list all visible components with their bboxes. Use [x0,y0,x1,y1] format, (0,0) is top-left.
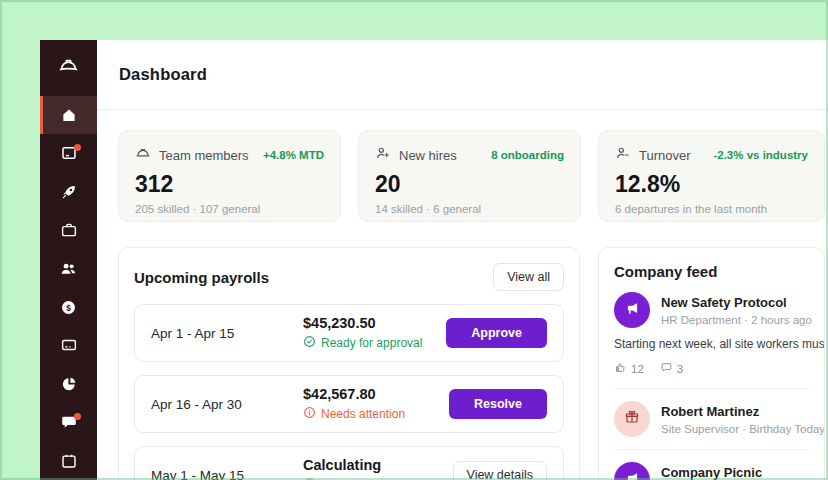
payroll-row: Apr 16 - Apr 30 $42,567.80 Needs attenti… [134,375,564,433]
thumbs-up-icon [614,361,627,376]
stat-label: New hires [399,148,457,163]
user-plus-icon [375,145,391,165]
sidebar-item-team[interactable] [40,249,97,287]
payroll-amount: Calculating [303,457,453,473]
payroll-status: Needs attention [303,406,449,422]
main-area: Dashboard Team members +4.8% MTD 312 205… [97,40,828,480]
sidebar-item-home[interactable] [40,96,97,134]
like-button[interactable]: 12 [614,361,644,376]
feed-item-meta: HR Department · 2 hours ago [661,314,812,326]
notification-dot [74,413,81,420]
stat-sub: 6 departures in the last month [615,203,808,215]
notification-dot [74,144,81,151]
payroll-period: Apr 1 - Apr 15 [151,326,303,341]
stat-badge: +4.8% MTD [263,149,324,161]
dollar-coin-icon: $ [59,298,78,317]
stat-value: 312 [135,171,324,198]
sidebar-item-projects[interactable] [40,134,97,172]
feed-item[interactable]: Company Picnic Events Committee · Next F… [614,462,824,480]
stat-badge: -2.3% vs industry [713,149,808,161]
payroll-amount: $42,567.80 [303,386,449,402]
columns: Upcoming payrolls View all Apr 1 - Apr 1… [118,247,828,480]
feed-item-title: Company Picnic [661,462,824,480]
avatar [614,401,650,437]
payroll-period: May 1 - May 15 [151,468,303,480]
payroll-row: May 1 - May 15 Calculating In progress V… [134,446,564,480]
avatar [614,462,650,480]
megaphone-icon [624,300,641,321]
feed-item-title: Robert Martinez [661,401,825,419]
sidebar-item-launch[interactable] [40,173,97,211]
comment-button[interactable]: 3 [660,361,683,376]
sidebar-item-jobs[interactable] [40,211,97,249]
company-feed-card: Company feed New Safety Protocol HR Depa… [598,247,825,480]
stat-label: Turnover [639,148,691,163]
payroll-row: Apr 1 - Apr 15 $45,230.50 Ready for appr… [134,304,564,362]
feed-item[interactable]: New Safety Protocol HR Department · 2 ho… [614,292,824,376]
payrolls-title: Upcoming payrolls [134,269,269,286]
payroll-status: Ready for approval [303,335,446,351]
view-all-button[interactable]: View all [493,263,564,291]
divider [614,388,809,389]
view-details-button[interactable]: View details [453,461,547,480]
page-header: Dashboard [97,40,828,110]
sidebar-item-messages[interactable] [40,403,97,441]
pie-chart-icon [60,375,78,393]
upcoming-payrolls-card: Upcoming payrolls View all Apr 1 - Apr 1… [118,247,580,480]
approve-button[interactable]: Approve [446,318,547,348]
feed-item-body: Starting next week, all site workers mus… [614,337,824,351]
stat-sub: 14 skilled · 6 general [375,203,564,215]
svg-text:$: $ [66,302,71,312]
gift-icon [624,409,640,429]
stat-badge: 8 onboarding [491,149,564,161]
sidebar: $ [40,40,97,480]
briefcase-icon [60,221,78,239]
user-minus-icon [615,145,631,165]
stat-card-turnover: Turnover -2.3% vs industry 12.8% 6 depar… [598,130,825,222]
home-icon [60,106,78,124]
content: Team members +4.8% MTD 312 205 skilled ·… [97,110,828,480]
sidebar-item-calendar[interactable] [40,442,97,480]
divider [614,449,809,450]
calendar-icon [60,452,78,470]
stats-row: Team members +4.8% MTD 312 205 skilled ·… [118,130,828,222]
comment-icon [660,361,673,376]
feed-title: Company feed [614,263,824,280]
payroll-period: Apr 16 - Apr 30 [151,397,303,412]
feed-item[interactable]: Robert Martinez Site Supervisor · Birthd… [614,401,824,437]
rocket-icon [60,183,78,201]
app-logo[interactable] [40,40,97,96]
check-circle-icon [303,335,316,351]
feed-item-meta: Site Supervisor · Birthday Today [661,423,825,435]
hard-hat-icon [135,145,151,165]
stat-label: Team members [159,148,249,163]
sidebar-item-cards[interactable] [40,326,97,364]
feed-item-title: New Safety Protocol [661,292,812,310]
stat-value: 20 [375,171,564,198]
stat-sub: 205 skilled · 107 general [135,203,324,215]
payroll-amount: $45,230.50 [303,315,446,331]
avatar [614,292,650,328]
hard-hat-logo-icon [58,55,79,80]
stat-value: 12.8% [615,171,808,198]
credit-card-icon [60,336,78,354]
page-title: Dashboard [119,65,207,84]
app-window: $ Dashboard [40,40,828,480]
resolve-button[interactable]: Resolve [449,389,547,419]
alert-circle-icon [303,406,316,422]
sidebar-item-payroll[interactable]: $ [40,288,97,326]
users-icon [59,259,78,278]
stat-card-new-hires: New hires 8 onboarding 20 14 skilled · 6… [358,130,581,222]
megaphone-icon [624,470,641,480]
stat-card-team-members: Team members +4.8% MTD 312 205 skilled ·… [118,130,341,222]
sidebar-item-reports[interactable] [40,365,97,403]
